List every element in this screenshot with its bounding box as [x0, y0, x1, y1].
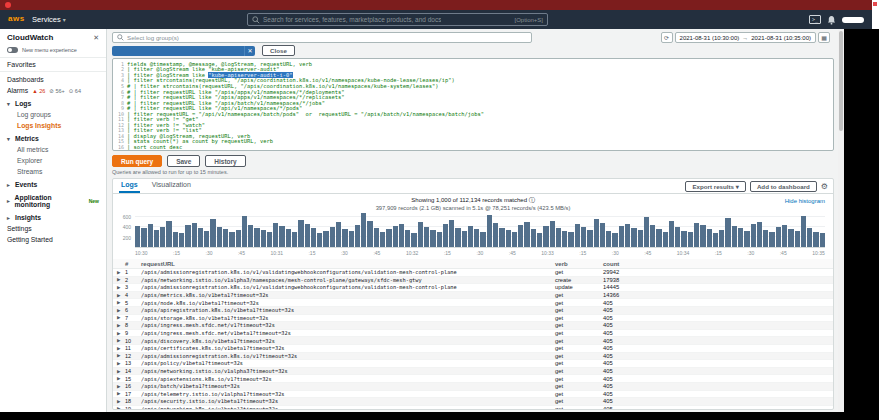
- table-row[interactable]: ▶15/apis/apiextensions.k8s.io/v1?timeout…: [113, 375, 833, 383]
- expand-icon[interactable]: ▶: [113, 384, 125, 389]
- sidebar-item-settings[interactable]: Settings: [0, 223, 106, 234]
- save-button[interactable]: Save: [167, 155, 200, 167]
- expand-icon[interactable]: ▶: [113, 399, 125, 404]
- table-row[interactable]: ▶19/apis/networking.k8s.io/v1beta1?timeo…: [113, 406, 833, 409]
- chevron-right-icon[interactable]: ▸: [7, 182, 12, 188]
- table-row[interactable]: ▶8/apis/ingress.mesh.sfdc.net/v1?timeout…: [113, 322, 833, 330]
- table-row[interactable]: ▶5/apis/node.k8s.io/v1beta1?timeout=32sg…: [113, 299, 833, 307]
- sidebar-item-insights[interactable]: ▸Insights: [0, 212, 106, 223]
- remove-log-group-icon[interactable]: ✕: [244, 46, 255, 56]
- console-search-input[interactable]: Search for services, features, marketpla…: [247, 13, 548, 26]
- verb-value: get: [555, 406, 603, 409]
- column-verb[interactable]: verb: [555, 261, 603, 267]
- aws-logo[interactable]: aws: [8, 14, 25, 23]
- sidebar-item-logs-insights[interactable]: Logs Insights: [0, 120, 106, 131]
- selected-log-group-chip[interactable]: [112, 46, 244, 56]
- expand-icon[interactable]: ▶: [113, 376, 125, 381]
- expand-icon[interactable]: ▶: [113, 338, 125, 343]
- sidebar-item-metrics[interactable]: ▾Metrics: [0, 133, 106, 144]
- histogram-bar: [499, 228, 504, 248]
- sidebar-item-application-monitoring[interactable]: ▸Application monitoringNew: [0, 192, 106, 210]
- histogram-bar: [236, 230, 241, 248]
- column-number[interactable]: #: [125, 261, 141, 267]
- history-button[interactable]: History: [205, 155, 245, 167]
- log-group-select-input[interactable]: Select log group(s): [112, 32, 532, 43]
- table-row[interactable]: ▶17/apis/telemetry.istio.io/v1alpha1?tim…: [113, 391, 833, 399]
- chevron-down-icon[interactable]: ▾: [7, 101, 12, 107]
- table-row[interactable]: ▶4/apis/metrics.k8s.io/v1beta1?timeout=3…: [113, 292, 833, 300]
- table-row[interactable]: ▶16/apis/batch/v1beta1?timeout=32sget405: [113, 383, 833, 391]
- expand-icon[interactable]: ▶: [113, 346, 125, 351]
- table-row[interactable]: ▶12/apis/admissionregistration.k8s.io/v1…: [113, 353, 833, 361]
- calendar-icon[interactable]: ▦: [818, 32, 830, 43]
- table-row[interactable]: ▶3/apis/admissionregistration.k8s.io/v1/…: [113, 284, 833, 292]
- gear-icon[interactable]: ⚙: [821, 181, 828, 192]
- vertical-scrollbar[interactable]: [838, 29, 844, 412]
- refresh-icon[interactable]: ⟳: [661, 32, 673, 43]
- query-editor[interactable]: 1fields @timestamp, @message, @logStream…: [112, 58, 834, 151]
- verb-value: get: [555, 322, 603, 328]
- table-row[interactable]: ▶18/apis/security.istio.io/v1beta1?timeo…: [113, 398, 833, 406]
- run-query-button[interactable]: Run query: [112, 155, 162, 167]
- row-number: 14: [125, 368, 141, 374]
- table-row[interactable]: ▶1/apis/admissionregistration.k8s.io/v1/…: [113, 269, 833, 277]
- expand-icon[interactable]: ▶: [113, 308, 125, 313]
- histogram-bar: [380, 232, 385, 247]
- table-row[interactable]: ▶9/apis/ingress.mesh.sfdc.net/v1beta1?ti…: [113, 330, 833, 338]
- expand-icon[interactable]: ▶: [113, 277, 125, 282]
- chevron-down-icon: ▾: [736, 183, 739, 190]
- sidebar-item-logs[interactable]: ▾Logs: [0, 98, 106, 109]
- table-row[interactable]: ▶13/apis/policy/v1beta1?timeout=32sget40…: [113, 360, 833, 368]
- histogram-bar: [468, 226, 473, 247]
- chevron-right-icon[interactable]: ▸: [7, 198, 12, 204]
- row-number: 11: [125, 345, 141, 351]
- chevron-down-icon[interactable]: ▾: [7, 136, 12, 142]
- expand-icon[interactable]: ▶: [113, 391, 125, 396]
- table-row[interactable]: ▶2/apis/networking.istio.io/v1alpha3/nam…: [113, 277, 833, 285]
- table-row[interactable]: ▶7/apis/storage.k8s.io/v1beta1?timeout=3…: [113, 315, 833, 323]
- table-row[interactable]: ▶10/apis/discovery.k8s.io/v1beta1?timeou…: [113, 337, 833, 345]
- table-row[interactable]: ▶11/apis/certificates.k8s.io/v1beta1?tim…: [113, 345, 833, 353]
- histogram-x-axis: 10:30:15:30:4510:31:15:30:4510:32:15:30:…: [135, 250, 825, 256]
- close-button[interactable]: Close: [262, 45, 295, 56]
- sidebar-item-alarms[interactable]: Alarms▲ 26⊘ 56+⊙ 64: [0, 85, 106, 96]
- sidebar-item-explorer[interactable]: Explorer: [0, 155, 106, 166]
- sidebar-item-dashboards[interactable]: Dashboards: [0, 74, 106, 85]
- date-range-picker[interactable]: 2021-08-31 (10:30:00) → 2021-08-31 (10:3…: [675, 32, 816, 43]
- sidebar-item-all-metrics[interactable]: All metrics: [0, 144, 106, 155]
- export-results-button[interactable]: Export results ▾: [685, 181, 745, 192]
- expand-icon[interactable]: ▶: [113, 323, 125, 328]
- hide-histogram-link[interactable]: Hide histogram: [785, 198, 825, 204]
- expand-icon[interactable]: ▶: [113, 369, 125, 374]
- count-value: 405: [603, 368, 833, 374]
- verb-value: get: [555, 292, 603, 298]
- expand-icon[interactable]: ▶: [113, 406, 125, 409]
- tab-logs[interactable]: Logs: [119, 178, 140, 193]
- sidebar-item-getting-started[interactable]: Getting Started: [0, 234, 106, 245]
- expand-icon[interactable]: ▶: [113, 331, 125, 336]
- tab-visualization[interactable]: Visualization: [150, 178, 193, 193]
- column-requesturl[interactable]: requestURL: [141, 261, 555, 267]
- expand-icon[interactable]: ▶: [113, 285, 125, 290]
- sidebar-item-streams[interactable]: Streams: [0, 166, 106, 177]
- chevron-right-icon[interactable]: ▸: [7, 215, 12, 221]
- expand-icon[interactable]: ▶: [113, 293, 125, 298]
- expand-icon[interactable]: ▶: [113, 300, 125, 305]
- sidebar-item-events[interactable]: ▸Events: [0, 179, 106, 190]
- new-menu-toggle[interactable]: [7, 47, 18, 53]
- add-to-dashboard-button[interactable]: Add to dashboard: [750, 181, 817, 192]
- expand-icon[interactable]: ▶: [113, 270, 125, 275]
- table-row[interactable]: ▶14/apis/networking.istio.io/v1alpha3?ti…: [113, 368, 833, 376]
- expand-icon[interactable]: ▶: [113, 361, 125, 366]
- cloudshell-icon[interactable]: >_: [809, 15, 821, 24]
- expand-icon[interactable]: ▶: [113, 353, 125, 358]
- table-row[interactable]: ▶6/apis/apiregistration.k8s.io/v1beta1?t…: [113, 307, 833, 315]
- notifications-bell-icon[interactable]: [827, 15, 836, 25]
- sidebar-item-favorites[interactable]: Favorites: [0, 58, 106, 72]
- sidebar-item-log-groups[interactable]: Log groups: [0, 109, 106, 120]
- close-sidebar-icon[interactable]: ✕: [93, 34, 99, 42]
- column-count[interactable]: count: [603, 261, 833, 267]
- scrollbar-thumb[interactable]: [839, 31, 843, 131]
- services-menu[interactable]: Services▾: [32, 15, 66, 24]
- expand-icon[interactable]: ▶: [113, 315, 125, 320]
